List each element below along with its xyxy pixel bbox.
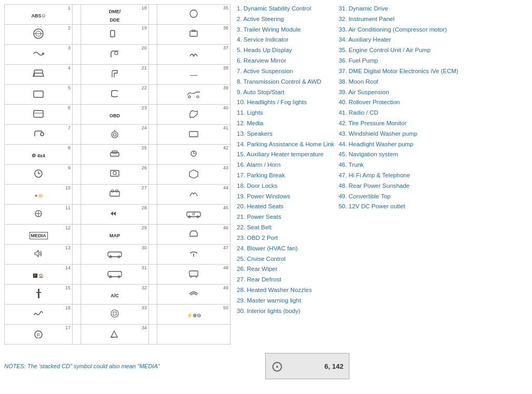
grid-separator [149, 245, 157, 265]
list-item-42: 42. Tire Pressure Monitor [338, 119, 458, 128]
grid-separator [73, 45, 81, 65]
list-item-49: 49. Convertible Top [338, 192, 458, 201]
svg-point-10 [188, 96, 190, 98]
fuse-cell-35: 35 [157, 5, 230, 25]
list-item-6: 6. Rearview Mirror [237, 56, 334, 66]
list-column-1: 1. Dynamic Stability Control2. Active St… [237, 4, 334, 345]
list-item-26: 26. Rear Wiper [237, 265, 334, 274]
list-item-34: 34. Auxiliary Heater [338, 35, 458, 45]
list-item-21: 21. Power Seats [237, 213, 334, 222]
fuse-cell-21: 21 [81, 65, 148, 85]
fuse-cell-3: 3 [5, 45, 73, 65]
svg-rect-4 [111, 31, 115, 37]
grid-separator [149, 165, 157, 185]
grid-separator [149, 325, 157, 345]
list-item-3: 3. Trailer Wiring Module [237, 25, 334, 35]
grid-separator [73, 305, 81, 325]
fuse-cell-14: 14🅿 🏠 [5, 265, 73, 285]
grid-separator [149, 125, 157, 145]
list-item-18: 18. Door Locks [237, 181, 334, 191]
list-item-25: 25. Cruise Control [237, 255, 334, 264]
list-item-8: 8. Transmission Control & AWD [237, 77, 334, 87]
grid-separator [73, 185, 81, 205]
list-item-4: 4. Service Indicator [237, 35, 334, 45]
list-item-9: 9. Auto Stop/Start [237, 88, 334, 97]
list-item-19: 19. Power Windows [237, 192, 334, 201]
fuse-cell-34: 34 [81, 325, 148, 345]
grid-separator [73, 205, 81, 225]
thumbnail-value: 6, 142 [324, 362, 343, 370]
list-item-40: 40. Rollover Protection [338, 98, 458, 107]
list-column-2: 31. Dynamic Drive32. Instrument Panel33.… [338, 4, 458, 345]
list-item-36: 36. Fuel Pump [338, 56, 458, 66]
list-item-23: 23. OBD 2 Port [237, 234, 334, 243]
fuse-cell-44: 44 [157, 185, 230, 205]
thumbnail-icon: ⊙ [271, 358, 283, 375]
fuse-cell-27: 27 [81, 185, 148, 205]
fuse-cell-29: 29MAP [81, 225, 148, 245]
fuse-cell-4: 4 [5, 65, 73, 85]
svg-point-11 [197, 96, 199, 98]
svg-rect-19 [112, 151, 117, 153]
fuse-cell-42: 42 [157, 145, 230, 165]
grid-separator [149, 45, 157, 65]
fuse-cell-7: 7 [5, 125, 73, 145]
list-item-44: 44. Headlight Washer pump [338, 140, 458, 149]
fuse-cell-11: 11 [5, 205, 73, 225]
fuse-cell-6: 6 [5, 105, 73, 125]
fuse-cell-8: 8⚙ 4x4 [5, 145, 73, 165]
grid-separator [149, 185, 157, 205]
fuse-cell-18: 18DME/DDE [81, 5, 148, 25]
list-item-39: 39. Air Suspension [338, 88, 458, 97]
fuse-cell-23: 23OBD [81, 105, 148, 125]
fuse-cell-19: 19 [81, 25, 148, 45]
svg-point-15 [113, 133, 116, 136]
fuse-cell-37: 37 [157, 45, 230, 65]
grid-separator [73, 245, 81, 265]
list-item-14: 14. Parking Assistance & Home Link [237, 140, 334, 149]
list-item-16: 16. Alarm / Horn [237, 160, 334, 170]
list-item-12: 12. Media [237, 119, 334, 128]
svg-rect-9 [34, 91, 43, 97]
notes-text: NOTES: The 'stacked CD" symbol could als… [4, 363, 160, 369]
svg-rect-41 [189, 271, 198, 276]
list-item-13: 13. Speakers [237, 129, 334, 139]
fuse-cell-26: 26 [81, 165, 148, 185]
grid-separator [149, 225, 157, 245]
fuse-cell-32: 32A/C [81, 285, 148, 305]
grid-separator [73, 325, 81, 345]
fuse-cell-15: 15 [5, 285, 73, 305]
grid-separator [73, 105, 81, 125]
fuse-cell-33: 33 [81, 305, 148, 325]
list-item-20: 20. Heated Seats [237, 202, 334, 211]
fuse-grid: 1ABS⊙18DME/DDE35219363203742138—52239623… [4, 4, 230, 345]
fuse-cell-5: 5 [5, 85, 73, 105]
svg-text:P: P [37, 332, 40, 338]
list-item-22: 22. Seat Belt [237, 223, 334, 233]
fuse-cell-50: 50⚡⊕⊖ [157, 305, 230, 325]
fuse-cell-30: 30 [81, 245, 148, 265]
svg-rect-42 [38, 289, 39, 298]
grid-separator [149, 285, 157, 305]
list-item-30: 30. Interior lights (body) [237, 307, 334, 316]
list-item-35: 35. Engine Control Unit / Air Pump [338, 46, 458, 55]
list-item-37: 37. DME Digital Motor Electronics iVe (E… [338, 67, 458, 76]
grid-separator [73, 85, 81, 105]
grid-separator [73, 125, 81, 145]
fuse-cell-9: 9 [5, 165, 73, 185]
fuse-cell-17: 17P [5, 325, 73, 345]
grid-separator [73, 65, 81, 85]
grid-separator [149, 85, 157, 105]
fuse-cell-10: 10☀🔆 [5, 185, 73, 205]
list-item-17: 17. Parking Break [237, 171, 334, 180]
list-item-32: 32. Instrument Panel [338, 15, 458, 24]
grid-separator [149, 65, 157, 85]
fuse-cell-45: 45 [157, 205, 230, 225]
svg-point-33 [193, 213, 195, 215]
fuse-cell-13: 13 [5, 245, 73, 265]
list-item-5: 5. Heads Up Display [237, 46, 334, 55]
list-item-24: 24. Blower (HVAC fan) [237, 244, 334, 254]
svg-point-44 [111, 310, 118, 317]
fuse-cell-36: 36 [157, 25, 230, 45]
fuse-cell-46: 46 [157, 225, 230, 245]
